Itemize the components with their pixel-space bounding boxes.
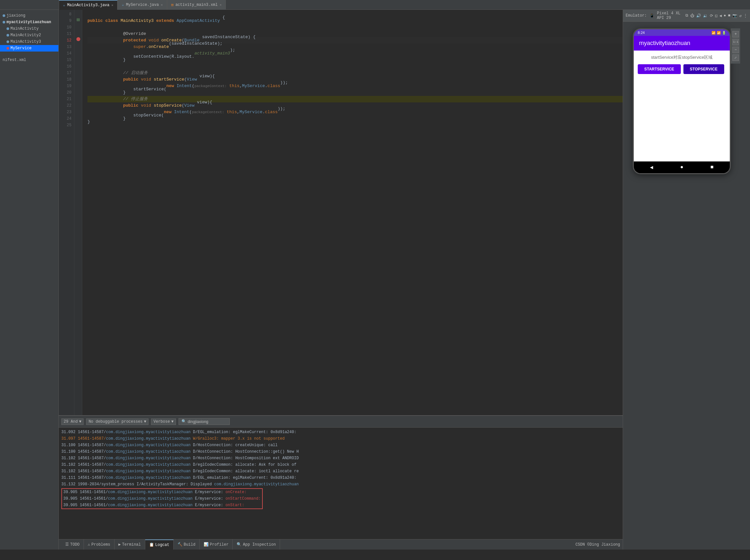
android-version-dropdown[interactable]: 29 And ▼: [61, 418, 83, 425]
main-layout: jiaxiong myactivitytiaozhuan MainActivit…: [0, 10, 750, 549]
rotate-icon[interactable]: ⟳: [710, 13, 713, 18]
log-line-error: 39.905 14561-14561/com.dingjiaxiong.myac…: [62, 489, 262, 495]
sidebar-item-label: jiaxiong: [6, 13, 25, 18]
build-icon: 🔨: [178, 542, 182, 547]
terminal-icon: ▶: [118, 542, 121, 547]
replay-icon[interactable]: ↺: [739, 13, 742, 18]
xml-icon: ▤: [171, 3, 174, 7]
sidebar-item-label: MainActivity2: [11, 33, 41, 38]
code-line-16: [87, 63, 623, 70]
log-line-error: 39.905 14561-14561/com.dingjiaxiong.myac…: [62, 495, 262, 502]
prev-icon[interactable]: ◀: [719, 13, 722, 18]
battery-icon: 🔋: [722, 31, 726, 35]
tabs-bar: ☕ MainActivity3.java ✕ ☕ MyService.java …: [0, 0, 750, 10]
sidebar-item-mainactivity3[interactable]: MainActivity3: [0, 39, 58, 45]
tab-profiler[interactable]: 📊 Profiler: [200, 539, 233, 549]
code-line-24: }: [87, 116, 623, 122]
log-line-error: 39.905 14561-14561/com.dingjiaxiong.myac…: [62, 502, 262, 509]
bottom-tabs: ☰ TODO ⚠ Problems ▶ Terminal 📋 Logcat 🔨: [61, 539, 280, 549]
sidebar-item-myactivitytiaozhuan[interactable]: myactivitytiaozhuan: [0, 19, 58, 25]
logcat-icon: 📋: [149, 542, 154, 547]
record-icon[interactable]: ●: [724, 13, 726, 18]
log-line: 31.100 14561-14587/com.dingjiaxiong.myac…: [61, 449, 620, 455]
sidebar-item-label: nifest.xml: [3, 58, 26, 62]
level-dropdown[interactable]: Verbose ▼: [151, 418, 176, 425]
code-line-25: }: [87, 122, 623, 128]
phone-content: startService对应stopService区域 STARTSERVICE…: [634, 50, 730, 162]
logcat-search-input[interactable]: [188, 419, 227, 424]
code-content[interactable]: public class MainActivity3 extends AppCo…: [82, 10, 623, 415]
code-line-17: // 启动服务: [87, 70, 623, 76]
zoom-controls: + 1:1 − ⤢: [731, 28, 740, 64]
breakpoint-dot[interactable]: [76, 37, 80, 41]
zoom-reset-btn[interactable]: 1:1: [732, 39, 739, 45]
log-error-group: 39.905 14561-14561/com.dingjiaxiong.myac…: [61, 488, 263, 509]
recents-nav-icon[interactable]: ■: [711, 164, 714, 170]
chevron-down-icon: ▼: [144, 419, 146, 424]
class-icon: [6, 40, 9, 43]
stop-service-btn[interactable]: STOPSERVICE: [684, 64, 724, 74]
emulator-panel: Emulator: 📱 Pixel 4 XL API 29 ⧉ ⏻ 🔊 🔉 ⟳ …: [623, 10, 750, 549]
status-bar: ☰ TODO ⚠ Problems ▶ Terminal 📋 Logcat 🔨: [59, 539, 623, 549]
sidebar-item-label: MyService: [11, 46, 32, 50]
tab-label: MyService.java: [126, 3, 159, 7]
camera-icon[interactable]: 📷: [732, 13, 737, 18]
tab-problems[interactable]: ⚠ Problems: [84, 539, 115, 549]
tab-build[interactable]: 🔨 Build: [174, 539, 200, 549]
zoom-fit-btn[interactable]: ⤢: [732, 55, 739, 61]
signal-icon: 📶: [717, 31, 721, 35]
sidebar-item-mainactivity[interactable]: MainActivity: [0, 25, 58, 32]
code-line-22: public void stopService(View view){: [87, 102, 623, 109]
back-nav-icon[interactable]: ◀: [650, 164, 653, 171]
sidebar-item-manifest[interactable]: nifest.xml: [0, 57, 58, 63]
phone-frame: 8:24 📶 📶 🔋 myactivitytiaozhuan startS: [633, 28, 731, 174]
sidebar-item-myservice[interactable]: MyService: [0, 45, 58, 51]
more-icon[interactable]: ⋮: [744, 13, 747, 18]
tab-close-btn[interactable]: ✕: [220, 3, 222, 7]
tab-close-btn[interactable]: ✕: [161, 3, 163, 7]
code-line-18: public void startService(View view){: [87, 76, 623, 83]
phone-buttons: STARTSERVICE STOPSERVICE: [634, 62, 730, 77]
stop-icon[interactable]: ■: [728, 13, 730, 18]
volume-down-icon[interactable]: 🔉: [703, 13, 708, 18]
tab-terminal[interactable]: ▶ Terminal: [115, 539, 145, 549]
tab-myservice[interactable]: ☕ MyService.java ✕: [118, 0, 167, 10]
package-icon: [3, 21, 5, 23]
code-line-19: startService(new Intent(packageContext: …: [87, 83, 623, 89]
phone-nav-bar: ◀ ● ■: [634, 162, 730, 173]
start-service-btn[interactable]: STARTSERVICE: [638, 64, 681, 74]
copy-icon[interactable]: ⧉: [685, 13, 688, 18]
sidebar-item-mainactivity2[interactable]: MainActivity2: [0, 32, 58, 39]
dropdown-label: Verbose: [153, 419, 170, 424]
screen-icon[interactable]: ◱: [715, 13, 717, 18]
chevron-down-icon: ▼: [171, 419, 174, 424]
tab-close-btn[interactable]: ✕: [111, 3, 113, 7]
tab-label: Profiler: [210, 542, 229, 547]
power-icon[interactable]: ⏻: [690, 13, 694, 18]
tab-mainactivity3[interactable]: ☕ MainActivity3.java ✕: [59, 0, 118, 10]
process-dropdown[interactable]: No debuggable processes ▼: [86, 418, 149, 425]
volume-up-icon[interactable]: 🔊: [696, 13, 701, 18]
wifi-icon: 📶: [711, 31, 715, 35]
line-numbers: 8 9 10 11 12 13 14 15 16 17 18 19 20 21 …: [59, 10, 74, 415]
sidebar-item-jiaxiong[interactable]: jiaxiong: [0, 13, 58, 19]
tab-todo[interactable]: ☰ TODO: [61, 539, 84, 549]
logcat-toolbar: 29 And ▼ No debuggable processes ▼ Verbo…: [59, 416, 623, 428]
phone-subtitle: startService对应stopService区域: [634, 50, 730, 62]
zoom-in-btn[interactable]: +: [732, 31, 739, 38]
home-nav-icon[interactable]: ●: [680, 164, 684, 170]
logcat-content[interactable]: 31.092 14561-14587/com.dingjiaxiong.myac…: [59, 428, 623, 539]
zoom-out-btn[interactable]: −: [732, 47, 739, 53]
class-icon: [6, 47, 9, 49]
tab-activity-main3[interactable]: ▤ activity_main3.xml ✕: [167, 0, 226, 10]
class-icon: [6, 34, 9, 37]
tab-app-inspection[interactable]: 🔍 App Inspection: [233, 539, 280, 549]
code-line-11: @Override: [87, 30, 623, 37]
phone-title-bar: myactivitytiaozhuan: [634, 36, 730, 50]
log-line: 31.100 14561-14587/com.dingjiaxiong.myac…: [61, 442, 620, 449]
tab-logcat[interactable]: 📋 Logcat: [145, 539, 174, 549]
code-editor: 8 9 10 11 12 13 14 15 16 17 18 19 20 21 …: [59, 10, 623, 415]
code-line-20: }: [87, 89, 623, 96]
log-line: 31.102 14561-14587/com.dingjiaxiong.myac…: [61, 461, 620, 468]
bookmark-gutter: ▤: [74, 10, 82, 415]
